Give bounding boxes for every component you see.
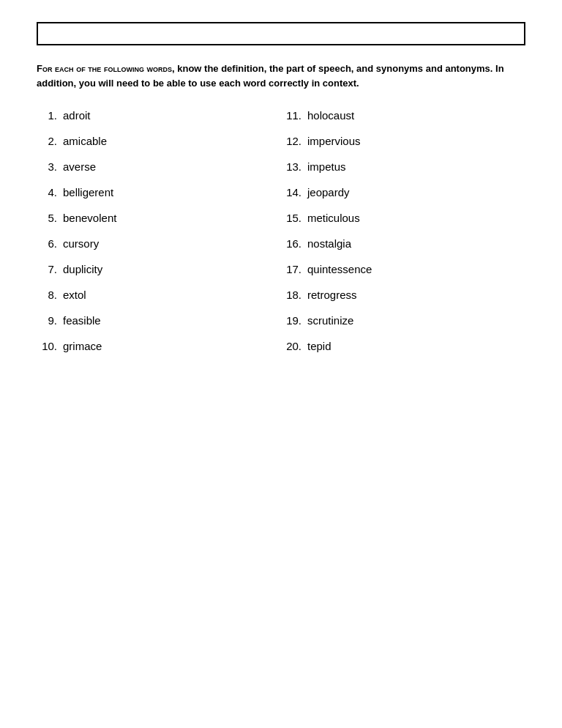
word-number: 2. <box>37 135 57 147</box>
word-text: scrutinize <box>307 314 353 327</box>
list-item: 13. impetus <box>281 160 525 173</box>
word-text: adroit <box>63 109 91 122</box>
list-item: 19. scrutinize <box>281 314 525 327</box>
word-number: 18. <box>281 289 301 301</box>
word-number: 3. <box>37 160 57 173</box>
list-item: 10. grimace <box>37 340 281 352</box>
word-number: 1. <box>37 109 57 122</box>
word-text: belligerent <box>63 186 113 198</box>
list-item: 1. adroit <box>37 109 281 122</box>
word-column-left: 1. adroit 2. amicable 3. averse 4. belli… <box>37 109 281 365</box>
word-text: quintessence <box>307 263 372 275</box>
word-text: grimace <box>63 340 102 352</box>
list-item: 17. quintessence <box>281 263 525 275</box>
list-item: 9. feasible <box>37 314 281 327</box>
list-item: 6. cursory <box>37 237 281 250</box>
word-number: 14. <box>281 186 301 198</box>
word-text: retrogress <box>307 289 357 301</box>
word-text: amicable <box>63 135 107 147</box>
list-item: 16. nostalgia <box>281 237 525 250</box>
instructions-rest: know the definition, the part of speech,… <box>175 63 493 74</box>
word-text: averse <box>63 160 96 173</box>
word-text: jeopardy <box>307 186 350 198</box>
list-item: 14. jeopardy <box>281 186 525 198</box>
word-text: impervious <box>307 135 361 147</box>
word-number: 4. <box>37 186 57 198</box>
list-item: 7. duplicity <box>37 263 281 275</box>
list-item: 4. belligerent <box>37 186 281 198</box>
word-number: 7. <box>37 263 57 275</box>
word-number: 8. <box>37 289 57 301</box>
word-number: 20. <box>281 340 301 352</box>
list-item: 15. meticulous <box>281 212 525 224</box>
word-number: 9. <box>37 314 57 327</box>
list-item: 20. tepid <box>281 340 525 352</box>
word-text: nostalgia <box>307 237 351 250</box>
word-number: 5. <box>37 212 57 224</box>
list-item: 8. extol <box>37 289 281 301</box>
word-list-container: 1. adroit 2. amicable 3. averse 4. belli… <box>37 109 525 365</box>
list-item: 2. amicable <box>37 135 281 147</box>
word-text: cursory <box>63 237 99 250</box>
list-item: 3. averse <box>37 160 281 173</box>
word-number: 19. <box>281 314 301 327</box>
list-item: 18. retrogress <box>281 289 525 301</box>
word-text: benevolent <box>63 212 116 224</box>
title-box <box>37 22 525 45</box>
word-text: holocaust <box>307 109 354 122</box>
word-number: 17. <box>281 263 301 275</box>
word-text: feasible <box>63 314 101 327</box>
list-item: 12. impervious <box>281 135 525 147</box>
word-text: extol <box>63 289 86 301</box>
word-number: 16. <box>281 237 301 250</box>
word-text: duplicity <box>63 263 102 275</box>
instructions: For each of the following words, know th… <box>37 62 525 90</box>
list-item: 11. holocaust <box>281 109 525 122</box>
word-number: 10. <box>37 340 57 352</box>
word-text: impetus <box>307 160 346 173</box>
instructions-first-word: For each of the following words, <box>37 63 175 74</box>
word-number: 6. <box>37 237 57 250</box>
word-number: 11. <box>281 109 301 122</box>
word-number: 12. <box>281 135 301 147</box>
list-item: 5. benevolent <box>37 212 281 224</box>
word-text: meticulous <box>307 212 360 224</box>
page-wrapper: For each of the following words, know th… <box>37 22 525 365</box>
word-column-right: 11. holocaust 12. impervious 13. impetus… <box>281 109 525 365</box>
word-number: 13. <box>281 160 301 173</box>
word-number: 15. <box>281 212 301 224</box>
word-text: tepid <box>307 340 331 352</box>
